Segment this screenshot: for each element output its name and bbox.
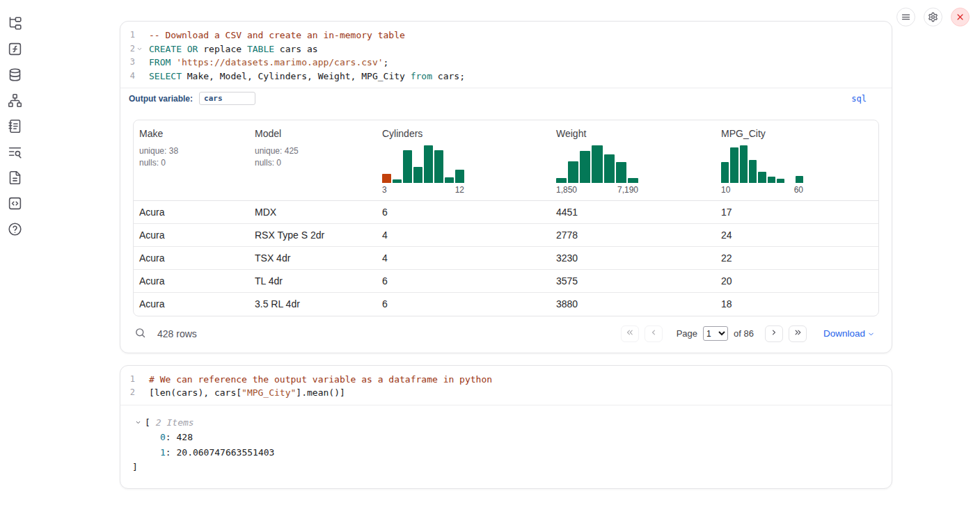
histogram-max: 7,190 xyxy=(617,185,638,195)
column-label: Cylinders xyxy=(382,128,545,139)
page-select[interactable]: 1 xyxy=(703,326,728,341)
histogram-bars xyxy=(382,145,464,183)
notebook-icon[interactable] xyxy=(8,118,23,134)
code-text: SELECT Make, Model, Cylinders, Weight, M… xyxy=(149,70,465,83)
chevrons-left-icon xyxy=(625,328,635,339)
code-text: -- Download a CSV and create an in-memor… xyxy=(149,29,405,42)
table-cell: 3880 xyxy=(551,293,716,316)
histogram-max: 60 xyxy=(794,185,803,195)
table-row[interactable]: AcuraTSX 4dr4323022 xyxy=(134,247,879,270)
histogram-bars xyxy=(721,145,803,183)
last-page-button[interactable] xyxy=(789,325,807,342)
menu-button[interactable] xyxy=(896,8,915,26)
histogram-bar xyxy=(616,162,626,183)
histogram-bar xyxy=(796,176,803,183)
prev-page-button[interactable] xyxy=(645,325,663,342)
table-cell: 18 xyxy=(716,293,879,316)
histogram-bar xyxy=(777,179,784,183)
histogram-bar xyxy=(413,167,422,183)
code-square-icon[interactable] xyxy=(8,195,23,211)
table-cell: TSX 4dr xyxy=(249,247,377,270)
code-text: CREATE OR replace TABLE cars as xyxy=(149,42,318,56)
column-label: Make xyxy=(139,128,244,139)
open-bracket: [ xyxy=(145,415,150,430)
column-header[interactable]: Cylinders312 xyxy=(377,120,551,201)
close-button[interactable] xyxy=(951,8,970,26)
code-text: # We can reference the output variable a… xyxy=(149,373,492,387)
table-row[interactable]: AcuraTL 4dr6357520 xyxy=(134,270,879,293)
next-page-button[interactable] xyxy=(765,325,783,342)
table-footer: 428 rows Page 1 of 86 Download xyxy=(120,316,892,353)
entry-value: 428 xyxy=(176,432,192,442)
settings-button[interactable] xyxy=(924,8,942,26)
output-variable-label: Output variable: xyxy=(129,94,193,104)
table-cell: Acura xyxy=(134,270,249,293)
help-circle-icon[interactable] xyxy=(8,221,23,236)
table-cell: Acura xyxy=(134,247,249,270)
column-label: Model xyxy=(255,128,371,139)
hamburger-menu-icon xyxy=(901,12,911,22)
histogram-min: 1,850 xyxy=(556,185,577,195)
fold-spacer xyxy=(135,29,144,42)
database-icon[interactable] xyxy=(8,67,23,82)
table-row[interactable]: Acura3.5 RL 4dr6388018 xyxy=(134,293,879,316)
table-cell: Acura xyxy=(134,201,249,224)
notebook: 1-- Download a CSV and create an in-memo… xyxy=(120,21,892,501)
entry-value: 20.060747663551403 xyxy=(176,447,274,458)
column-header[interactable]: MPG_City1060 xyxy=(716,120,879,201)
table-cell: 17 xyxy=(716,201,879,224)
histogram[interactable]: 1,8507,190 xyxy=(556,145,638,195)
histogram-bar xyxy=(758,172,766,183)
chevron-down-icon xyxy=(867,330,875,338)
column-header[interactable]: Weight1,8507,190 xyxy=(551,120,716,201)
sql-code-editor[interactable]: 1-- Download a CSV and create an in-memo… xyxy=(120,22,892,88)
page-total: of 86 xyxy=(734,328,754,339)
line-number: 2 xyxy=(120,386,135,400)
histogram-bar xyxy=(749,160,757,183)
python-code-editor[interactable]: 1# We can reference the output variable … xyxy=(120,366,892,405)
table-cell: 3575 xyxy=(551,270,716,293)
table-row[interactable]: AcuraMDX6445117 xyxy=(134,201,879,224)
search-icon xyxy=(134,330,146,341)
histogram-bar xyxy=(628,178,638,183)
histogram-bar xyxy=(580,151,590,183)
histogram-bar xyxy=(424,145,433,183)
histogram-bar xyxy=(721,162,729,183)
fold-chevron-icon[interactable] xyxy=(135,42,144,56)
column-stat: nulls: 0 xyxy=(139,157,244,169)
table-cell: 20 xyxy=(716,270,879,293)
histogram-bar xyxy=(382,174,391,183)
column-header[interactable]: Modelunique: 425nulls: 0 xyxy=(249,120,377,201)
gear-icon xyxy=(928,12,938,22)
histogram-bar xyxy=(604,154,615,183)
collapse-chevron-icon[interactable] xyxy=(135,419,142,426)
code-text: FROM 'https://datasets.marimo.app/cars.c… xyxy=(149,56,388,70)
histogram[interactable]: 312 xyxy=(382,145,464,195)
code-line: 2[len(cars), cars["MPG_City"].mean()] xyxy=(120,386,892,400)
file-tree-icon[interactable] xyxy=(8,15,23,31)
histogram-range: 1,8507,190 xyxy=(556,185,638,195)
table-cell: RSX Type S 2dr xyxy=(249,224,377,247)
first-page-button[interactable] xyxy=(621,325,639,342)
code-line: 3FROM 'https://datasets.marimo.app/cars.… xyxy=(120,56,892,70)
download-button[interactable]: Download xyxy=(823,328,875,339)
tree-entry: 0: 428 xyxy=(120,430,892,445)
list-search-icon[interactable] xyxy=(8,144,23,159)
column-header[interactable]: Makeunique: 38nulls: 0 xyxy=(134,120,249,201)
table-row[interactable]: AcuraRSX Type S 2dr4277824 xyxy=(134,224,879,247)
output-variable-input[interactable] xyxy=(199,92,255,105)
row-count: 428 rows xyxy=(157,328,197,339)
table-cell: TL 4dr xyxy=(249,270,377,293)
column-stat: unique: 425 xyxy=(255,145,371,157)
chevrons-right-icon xyxy=(793,328,803,339)
search-icon[interactable] xyxy=(133,327,147,341)
histogram-bar xyxy=(403,150,412,183)
table-cell: 3.5 RL 4dr xyxy=(249,293,377,316)
histogram-max: 12 xyxy=(455,185,464,195)
network-icon[interactable] xyxy=(8,92,23,108)
histogram-bar xyxy=(455,170,464,183)
histogram[interactable]: 1060 xyxy=(721,145,803,195)
function-square-icon[interactable] xyxy=(8,41,23,56)
file-text-icon[interactable] xyxy=(8,170,23,185)
histogram-bar xyxy=(556,178,567,183)
